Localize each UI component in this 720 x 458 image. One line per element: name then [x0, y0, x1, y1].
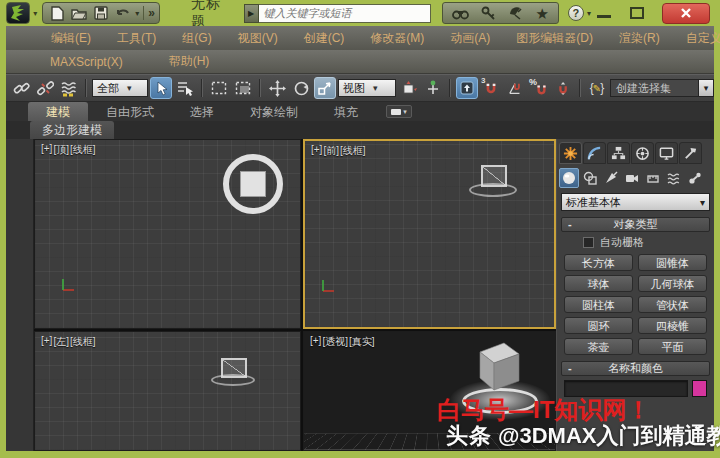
communication-center-satellite-icon[interactable]: [508, 6, 524, 20]
menu-rendering[interactable]: 渲染(R): [606, 27, 673, 50]
button-cone[interactable]: 圆锥体: [638, 254, 707, 271]
subcat-systems[interactable]: [685, 168, 705, 188]
snaps-toggle-button[interactable]: 3: [480, 77, 502, 99]
help-dropdown-arrow-icon[interactable]: ▾: [587, 9, 591, 18]
bind-to-space-warp-button[interactable]: [58, 77, 80, 99]
subcat-lights[interactable]: [601, 168, 621, 188]
box-object-top-view[interactable]: [240, 171, 266, 197]
button-geosphere[interactable]: 几何球体: [638, 275, 707, 292]
button-box[interactable]: 长方体: [564, 254, 633, 271]
tab-modeling[interactable]: 建模: [28, 102, 88, 121]
button-plane[interactable]: 平面: [638, 338, 707, 355]
key-icon[interactable]: [481, 6, 496, 21]
select-and-scale-button[interactable]: [314, 77, 336, 99]
percent-snap-toggle-button[interactable]: %: [528, 77, 550, 99]
menu-edit[interactable]: 编辑(E): [38, 27, 104, 50]
menu-views[interactable]: 视图(V): [225, 27, 291, 50]
help-button[interactable]: ?: [568, 5, 584, 21]
tab-modify[interactable]: [583, 142, 606, 164]
viewport-top-view[interactable]: [+] [顶] [线框]: [34, 139, 301, 329]
select-and-link-button[interactable]: [10, 77, 32, 99]
close-button[interactable]: [662, 3, 710, 24]
menu-animation[interactable]: 动画(A): [437, 27, 503, 50]
select-and-rotate-button[interactable]: [290, 77, 312, 99]
menu-group[interactable]: 组(G): [169, 27, 224, 50]
reference-coordinate-dropdown[interactable]: 视图 ▾: [338, 79, 396, 97]
viewport-shading-menu[interactable]: [线框]: [70, 143, 96, 157]
viewport-left-view[interactable]: [+] [左] [线框]: [34, 331, 301, 451]
tab-motion[interactable]: [631, 142, 654, 164]
tab-populate[interactable]: 填充: [316, 102, 376, 121]
viewport-general-menu[interactable]: [+]: [310, 335, 321, 349]
viewport-shading-menu[interactable]: [真实]: [349, 335, 375, 349]
open-file-button[interactable]: [69, 4, 89, 22]
select-object-button[interactable]: [150, 77, 172, 99]
subcat-shapes[interactable]: [580, 168, 600, 188]
unlink-selection-button[interactable]: [34, 77, 56, 99]
app-menu-arrow-icon[interactable]: ▾: [33, 9, 37, 18]
named-selection-set-dropdown[interactable]: 创建选择集 ▾: [610, 79, 714, 97]
tab-object-paint[interactable]: 对象绘制: [232, 102, 316, 121]
autogrid-checkbox[interactable]: [583, 237, 594, 248]
rollout-object-type[interactable]: - 对象类型: [561, 217, 710, 232]
button-sphere[interactable]: 球体: [564, 275, 633, 292]
button-torus[interactable]: 圆环: [564, 317, 633, 334]
menu-modifiers[interactable]: 修改器(M): [357, 27, 437, 50]
app-menu-button[interactable]: [6, 2, 30, 24]
chevron-down-icon[interactable]: ▾: [698, 80, 713, 96]
menu-help[interactable]: 帮助(H): [169, 50, 232, 73]
box-object-perspective[interactable]: [464, 338, 526, 400]
menu-tools[interactable]: 工具(T): [104, 27, 169, 50]
favorites-star-icon[interactable]: ★: [536, 6, 549, 21]
viewport-pov-menu[interactable]: [前]: [323, 144, 339, 158]
button-tube[interactable]: 管状体: [638, 296, 707, 313]
select-and-manipulate-button[interactable]: [422, 77, 444, 99]
ring-object-front-view[interactable]: [469, 183, 517, 197]
minimize-button[interactable]: [596, 6, 612, 20]
viewport-shading-menu[interactable]: [线框]: [70, 335, 96, 349]
viewport-pov-menu[interactable]: [左]: [53, 335, 69, 349]
rollout-name-and-color[interactable]: - 名称和颜色: [561, 361, 710, 376]
subcat-cameras[interactable]: [622, 168, 642, 188]
subcat-helpers[interactable]: [643, 168, 663, 188]
viewport-general-menu[interactable]: [+]: [41, 335, 52, 349]
select-by-name-button[interactable]: [174, 77, 196, 99]
new-file-button[interactable]: [47, 4, 67, 22]
tab-freeform[interactable]: 自由形式: [88, 102, 172, 121]
panel-polygon-modeling[interactable]: 多边形建模: [30, 121, 114, 139]
angle-snap-toggle-button[interactable]: [504, 77, 526, 99]
tab-utilities[interactable]: [679, 142, 702, 164]
spinner-snap-toggle-button[interactable]: [552, 77, 574, 99]
subcat-geometry[interactable]: [559, 168, 579, 188]
viewport-general-menu[interactable]: [+]: [41, 143, 52, 157]
save-file-button[interactable]: [91, 4, 111, 22]
tab-hierarchy[interactable]: [607, 142, 630, 164]
undo-dropdown-arrow-icon[interactable]: ▾: [135, 9, 139, 18]
menu-customize[interactable]: 自定义(U): [673, 27, 720, 50]
use-pivot-point-center-button[interactable]: [398, 77, 420, 99]
rectangular-selection-region-button[interactable]: [208, 77, 230, 99]
menu-create[interactable]: 创建(C): [291, 27, 358, 50]
undo-button[interactable]: [113, 4, 133, 22]
menu-maxscript[interactable]: MAXScript(X): [50, 52, 145, 72]
selection-filter-dropdown[interactable]: 全部 ▾: [92, 79, 148, 97]
maximize-button[interactable]: [630, 7, 644, 19]
tab-selection[interactable]: 选择: [172, 102, 232, 121]
viewport-front-view-active[interactable]: [+] [前] [线框]: [303, 139, 556, 329]
primitive-type-dropdown[interactable]: 标准基本体 ▾: [561, 193, 710, 211]
viewport-shading-menu[interactable]: [线框]: [340, 144, 366, 158]
ribbon-minimize-button[interactable]: ▾: [386, 105, 412, 118]
object-color-swatch[interactable]: [692, 380, 707, 397]
subcat-space-warps[interactable]: [664, 168, 684, 188]
menu-graph-editors[interactable]: 图形编辑器(D): [503, 27, 606, 50]
keyboard-shortcut-override-button[interactable]: [456, 77, 478, 99]
search-input[interactable]: [259, 4, 431, 23]
tab-create[interactable]: [559, 142, 582, 164]
button-cylinder[interactable]: 圆柱体: [564, 296, 633, 313]
viewport-pov-menu[interactable]: [顶]: [53, 143, 69, 157]
button-pyramid[interactable]: 四棱锥: [638, 317, 707, 334]
expand-toolbar-button[interactable]: »: [148, 6, 155, 20]
search-go-icon[interactable]: ▶: [244, 4, 259, 23]
window-crossing-toggle-button[interactable]: [232, 77, 254, 99]
button-teapot[interactable]: 茶壶: [564, 338, 633, 355]
